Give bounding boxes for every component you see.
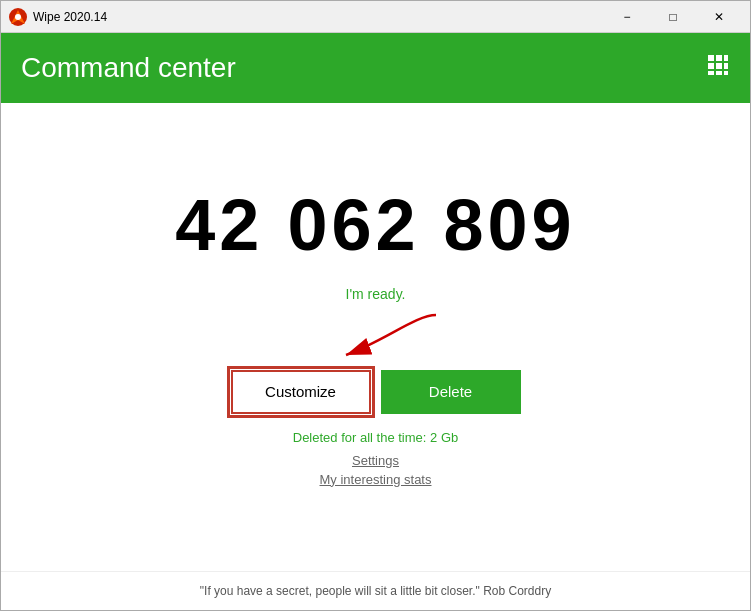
window-title: Wipe 2020.14 [33, 10, 604, 24]
header-bar: Command center [1, 33, 750, 103]
svg-point-1 [15, 14, 21, 20]
window-controls: − □ ✕ [604, 1, 742, 33]
close-button[interactable]: ✕ [696, 1, 742, 33]
title-bar: Wipe 2020.14 − □ ✕ [1, 1, 750, 33]
ready-text: I'm ready. [346, 286, 406, 302]
stats-link[interactable]: My interesting stats [320, 472, 432, 487]
svg-rect-8 [708, 71, 714, 75]
action-buttons: Customize Delete [231, 370, 521, 414]
footer-quote: "If you have a secret, people will sit a… [1, 571, 750, 610]
main-content: 42 062 809 I'm ready. Customize Delete D… [1, 103, 750, 571]
app-window: Wipe 2020.14 − □ ✕ Command center 42 06 [0, 0, 751, 611]
minimize-button[interactable]: − [604, 1, 650, 33]
svg-rect-6 [716, 63, 722, 69]
maximize-button[interactable]: □ [650, 1, 696, 33]
customize-button[interactable]: Customize [231, 370, 371, 414]
svg-rect-2 [708, 55, 714, 61]
grid-menu-icon[interactable] [706, 53, 730, 83]
arrow-indicator [216, 310, 536, 365]
settings-link[interactable]: Settings [352, 453, 399, 468]
svg-rect-10 [724, 71, 728, 75]
svg-rect-5 [708, 63, 714, 69]
deleted-info-text: Deleted for all the time: 2 Gb [293, 430, 458, 445]
app-icon [9, 8, 27, 26]
svg-rect-4 [724, 55, 728, 61]
delete-button[interactable]: Delete [381, 370, 521, 414]
svg-rect-9 [716, 71, 722, 75]
svg-rect-7 [724, 63, 728, 69]
app-title: Command center [21, 52, 706, 84]
svg-rect-3 [716, 55, 722, 61]
counter-display: 42 062 809 [175, 184, 575, 266]
